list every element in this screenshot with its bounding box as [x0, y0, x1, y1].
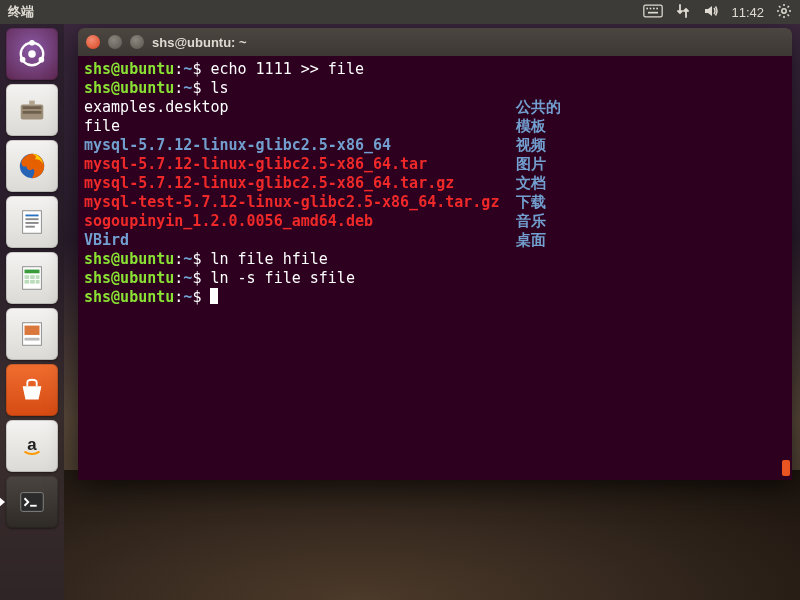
scrollbar-thumb[interactable]: [782, 460, 790, 476]
network-icon[interactable]: [675, 3, 691, 22]
launcher-dash[interactable]: [6, 28, 58, 80]
launcher-writer[interactable]: [6, 196, 58, 248]
svg-rect-27: [25, 218, 38, 220]
svg-rect-36: [30, 280, 35, 284]
svg-rect-34: [36, 275, 40, 279]
svg-rect-23: [29, 101, 35, 106]
top-menubar: 终端 11:42: [0, 0, 800, 24]
svg-text:a: a: [27, 435, 37, 454]
terminal-window: shs@ubuntu: ~ shs@ubuntu:~$ echo 1111 >>…: [78, 28, 792, 480]
svg-rect-37: [36, 280, 40, 284]
svg-rect-32: [25, 275, 30, 279]
svg-rect-39: [25, 326, 40, 335]
window-titlebar[interactable]: shs@ubuntu: ~: [78, 28, 792, 56]
gear-icon[interactable]: [776, 3, 792, 22]
svg-point-19: [39, 57, 45, 63]
svg-rect-3: [653, 7, 655, 9]
svg-rect-1: [647, 7, 649, 9]
maximize-icon[interactable]: [130, 35, 144, 49]
launcher-terminal[interactable]: [6, 476, 58, 528]
clock[interactable]: 11:42: [731, 5, 764, 20]
launcher-amazon[interactable]: a: [6, 420, 58, 472]
svg-line-12: [788, 14, 790, 16]
volume-icon[interactable]: [703, 3, 719, 22]
svg-rect-31: [25, 270, 40, 274]
svg-point-16: [28, 50, 36, 58]
launcher-software[interactable]: [6, 364, 58, 416]
svg-line-13: [779, 14, 781, 16]
svg-rect-5: [648, 11, 658, 13]
window-title: shs@ubuntu: ~: [152, 35, 247, 50]
svg-point-18: [20, 57, 26, 63]
launcher-firefox[interactable]: [6, 140, 58, 192]
terminal-output-left: shs@ubuntu:~$ echo 1111 >> fileshs@ubunt…: [84, 60, 499, 307]
launcher-running-pip: [0, 497, 5, 507]
svg-rect-35: [25, 280, 30, 284]
svg-rect-21: [23, 106, 42, 109]
launcher-impress[interactable]: [6, 308, 58, 360]
svg-rect-28: [25, 222, 38, 224]
launcher: a: [0, 24, 64, 600]
terminal-output-right: 公共的模板视频图片文档下载音乐桌面: [516, 98, 561, 250]
terminal-body[interactable]: shs@ubuntu:~$ echo 1111 >> fileshs@ubunt…: [78, 56, 792, 480]
menubar-app-title: 终端: [8, 3, 34, 21]
svg-line-11: [779, 6, 781, 8]
launcher-files[interactable]: [6, 84, 58, 136]
svg-rect-40: [25, 338, 40, 341]
minimize-icon[interactable]: [108, 35, 122, 49]
svg-rect-33: [30, 275, 35, 279]
svg-rect-2: [650, 7, 652, 9]
svg-point-17: [29, 40, 35, 46]
svg-line-14: [788, 6, 790, 8]
svg-rect-26: [25, 215, 38, 217]
svg-rect-42: [21, 493, 44, 512]
system-tray: 11:42: [643, 3, 792, 22]
keyboard-icon[interactable]: [643, 4, 663, 21]
svg-point-6: [782, 8, 786, 12]
launcher-calc[interactable]: [6, 252, 58, 304]
svg-rect-22: [23, 111, 42, 114]
svg-rect-29: [25, 226, 34, 228]
close-icon[interactable]: [86, 35, 100, 49]
wallpaper-hill: [64, 470, 800, 600]
svg-rect-4: [657, 7, 659, 9]
svg-rect-0: [644, 5, 662, 17]
